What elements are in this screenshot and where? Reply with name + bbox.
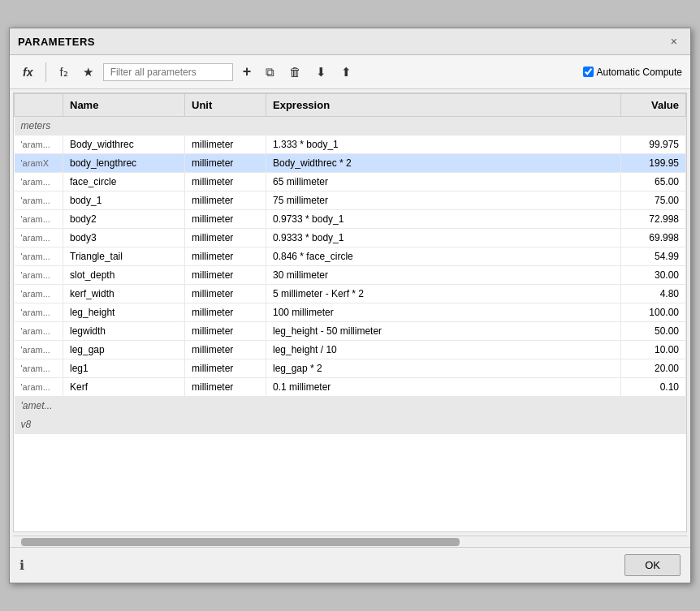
row-expression: 0.9733 * body_1 bbox=[266, 210, 621, 229]
row-expression: 0.846 * face_circle bbox=[266, 247, 621, 266]
table-row[interactable]: 'aram...body2millimeter0.9733 * body_172… bbox=[15, 210, 686, 229]
fx2-button[interactable]: f₂ bbox=[54, 62, 72, 83]
row-name: Triangle_tail bbox=[63, 247, 185, 266]
row-unit: millimeter bbox=[185, 136, 266, 154]
row-expression: 0.1 millimeter bbox=[266, 378, 621, 397]
row-icon: 'aram... bbox=[15, 210, 63, 229]
copy-button[interactable]: ⧉ bbox=[261, 62, 279, 83]
table-row[interactable]: 'aram...body_1millimeter75 millimeter75.… bbox=[15, 191, 686, 210]
horizontal-scrollbar[interactable] bbox=[13, 536, 687, 547]
row-value: 75.00 bbox=[621, 191, 686, 210]
group-header-row: 'amet... bbox=[15, 397, 686, 415]
row-unit: millimeter bbox=[185, 154, 266, 173]
row-icon: 'aram... bbox=[15, 173, 63, 191]
row-value: 50.00 bbox=[621, 322, 686, 341]
row-name: body3 bbox=[63, 229, 185, 247]
table-row[interactable]: 'aram...leg_gapmillimeterleg_height / 10… bbox=[15, 341, 686, 359]
row-unit: millimeter bbox=[185, 303, 266, 322]
row-unit: millimeter bbox=[185, 247, 266, 266]
table-row[interactable]: 'aram...body3millimeter0.9333 * body_169… bbox=[15, 229, 686, 247]
row-unit: millimeter bbox=[185, 341, 266, 359]
table-row[interactable]: 'aram...slot_depthmillimeter30 millimete… bbox=[15, 266, 686, 285]
parameters-table: Name Unit Expression Value meters'aram..… bbox=[14, 93, 686, 434]
row-unit: millimeter bbox=[185, 322, 266, 341]
filter-input[interactable] bbox=[103, 63, 233, 81]
add-button[interactable]: + bbox=[238, 60, 257, 84]
table-body: meters'aram...Body_widthrecmillimeter1.3… bbox=[15, 117, 686, 434]
group-header-row: meters bbox=[15, 117, 686, 136]
row-expression: 75 millimeter bbox=[266, 191, 621, 210]
row-icon: 'aram... bbox=[15, 229, 63, 247]
row-icon: 'aram... bbox=[15, 378, 63, 397]
footer: ℹ OK bbox=[10, 547, 690, 583]
row-value: 54.99 bbox=[621, 247, 686, 266]
row-value: 65.00 bbox=[621, 173, 686, 191]
row-name: leg_gap bbox=[63, 341, 185, 359]
toolbar-separator-1 bbox=[45, 62, 46, 82]
row-unit: millimeter bbox=[185, 359, 266, 378]
col-header-icon bbox=[15, 94, 63, 117]
row-expression: leg_height - 50 millimeter bbox=[266, 322, 621, 341]
row-expression: 65 millimeter bbox=[266, 173, 621, 191]
table-row[interactable]: 'aram...legwidthmillimeterleg_height - 5… bbox=[15, 322, 686, 341]
dialog-title: PARAMETERS bbox=[18, 36, 95, 48]
table-row[interactable]: 'aramXbody_lengthrecmillimeterBody_width… bbox=[15, 154, 686, 173]
row-value: 72.998 bbox=[621, 210, 686, 229]
table-row[interactable]: 'aram...Kerfmillimeter0.1 millimeter0.10 bbox=[15, 378, 686, 397]
table-row[interactable]: 'aram...leg1millimeterleg_gap * 220.00 bbox=[15, 359, 686, 378]
row-value: 0.10 bbox=[621, 378, 686, 397]
export-icon: ⬆ bbox=[341, 65, 352, 79]
row-name: leg1 bbox=[63, 359, 185, 378]
row-expression: 5 millimeter - Kerf * 2 bbox=[266, 285, 621, 303]
row-unit: millimeter bbox=[185, 191, 266, 210]
auto-compute-checkbox[interactable] bbox=[583, 67, 594, 77]
import-button[interactable]: ⬇ bbox=[311, 62, 331, 83]
row-name: slot_depth bbox=[63, 266, 185, 285]
table-row[interactable]: 'aram...Triangle_tailmillimeter0.846 * f… bbox=[15, 247, 686, 266]
title-bar: PARAMETERS × bbox=[10, 28, 690, 55]
group-header-row: v8 bbox=[15, 415, 686, 434]
col-header-unit: Unit bbox=[185, 94, 266, 117]
parameters-table-container: Name Unit Expression Value meters'aram..… bbox=[13, 93, 687, 532]
ok-button[interactable]: OK bbox=[624, 554, 681, 576]
table-header-row: Name Unit Expression Value bbox=[15, 94, 686, 117]
fx-button[interactable]: fx bbox=[18, 62, 37, 82]
import-icon: ⬇ bbox=[316, 65, 326, 79]
row-expression: leg_gap * 2 bbox=[266, 359, 621, 378]
favorites-button[interactable]: ★ bbox=[78, 62, 98, 83]
row-value: 30.00 bbox=[621, 266, 686, 285]
export-button[interactable]: ⬆ bbox=[336, 62, 356, 83]
row-name: face_circle bbox=[63, 173, 185, 191]
row-icon: 'aramX bbox=[15, 154, 63, 173]
table-row[interactable]: 'aram...kerf_widthmillimeter5 millimeter… bbox=[15, 285, 686, 303]
auto-compute-label: Automatic Compute bbox=[597, 67, 682, 78]
row-value: 99.975 bbox=[621, 136, 686, 154]
row-unit: millimeter bbox=[185, 285, 266, 303]
row-value: 20.00 bbox=[621, 359, 686, 378]
group-label: v8 bbox=[15, 415, 686, 434]
row-value: 4.80 bbox=[621, 285, 686, 303]
row-unit: millimeter bbox=[185, 173, 266, 191]
auto-compute-section: Automatic Compute bbox=[583, 67, 682, 78]
table-row[interactable]: 'aram...Body_widthrecmillimeter1.333 * b… bbox=[15, 136, 686, 154]
col-header-expression: Expression bbox=[266, 94, 621, 117]
close-button[interactable]: × bbox=[666, 33, 682, 49]
row-name: legwidth bbox=[63, 322, 185, 341]
row-unit: millimeter bbox=[185, 378, 266, 397]
copy-icon: ⧉ bbox=[266, 65, 274, 79]
row-expression: Body_widthrec * 2 bbox=[266, 154, 621, 173]
info-icon[interactable]: ℹ bbox=[19, 557, 24, 573]
row-unit: millimeter bbox=[185, 210, 266, 229]
table-scroll-area[interactable]: Name Unit Expression Value meters'aram..… bbox=[14, 93, 686, 531]
table-row[interactable]: 'aram...face_circlemillimeter65 millimet… bbox=[15, 173, 686, 191]
row-expression: 1.333 * body_1 bbox=[266, 136, 621, 154]
delete-button[interactable]: 🗑 bbox=[284, 62, 306, 82]
parameters-dialog: PARAMETERS × fx f₂ ★ + ⧉ 🗑 ⬇ ⬆ Automatic bbox=[9, 28, 691, 583]
row-name: leg_height bbox=[63, 303, 185, 322]
row-name: kerf_width bbox=[63, 285, 185, 303]
row-name: Body_widthrec bbox=[63, 136, 185, 154]
row-value: 10.00 bbox=[621, 341, 686, 359]
toolbar: fx f₂ ★ + ⧉ 🗑 ⬇ ⬆ Automatic Compute bbox=[10, 55, 690, 89]
table-row[interactable]: 'aram...leg_heightmillimeter100 millimet… bbox=[15, 303, 686, 322]
scrollbar-thumb[interactable] bbox=[21, 538, 460, 546]
